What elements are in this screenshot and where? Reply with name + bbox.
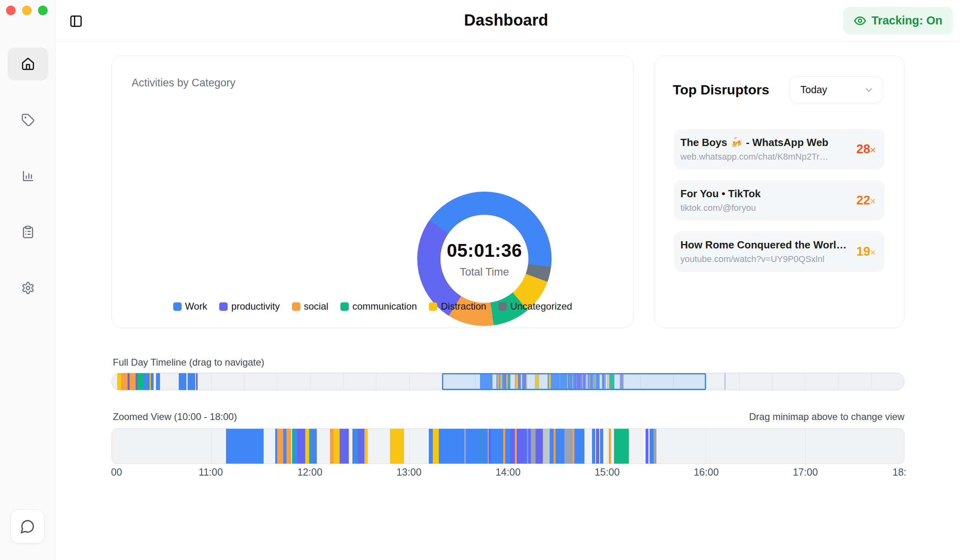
timeline-bar xyxy=(311,429,317,464)
legend-item: communication xyxy=(340,301,417,312)
legend-label: Work xyxy=(185,301,208,312)
total-time-value: 05:01:36 xyxy=(447,240,522,261)
timeline-bar xyxy=(543,429,550,464)
top-disruptors-header: Top Disruptors Today xyxy=(673,76,883,103)
activities-card: Activities by Category 05:01:36 Total Ti… xyxy=(112,56,634,328)
timeline-bar xyxy=(574,429,584,464)
timeline-bar xyxy=(654,429,656,464)
timeline-bar xyxy=(179,373,186,390)
date-range-value: Today xyxy=(800,84,827,96)
legend-swatch xyxy=(173,302,182,311)
sidebar-item-settings[interactable] xyxy=(8,272,48,304)
timeline-bar xyxy=(121,373,128,390)
timeline-bar xyxy=(130,373,136,390)
tag-icon xyxy=(21,113,35,127)
timeline-bar xyxy=(646,429,648,464)
activities-card-title: Activities by Category xyxy=(132,77,236,89)
minimap-gridline xyxy=(805,373,806,390)
close-window-button[interactable] xyxy=(6,6,16,15)
sidebar-item-tags[interactable] xyxy=(8,104,48,136)
disruptor-row[interactable]: How Rome Conquered the Worl…youtube.com/… xyxy=(674,231,884,272)
axis-tick-label: 12:00 xyxy=(297,466,322,478)
minimap-gridline xyxy=(211,373,212,390)
timeline-bar xyxy=(510,429,515,464)
minimap-gridline xyxy=(343,373,344,390)
timeline-bar xyxy=(286,429,291,464)
legend-swatch xyxy=(219,302,228,311)
minimap-gridline xyxy=(739,373,740,390)
axis-tick-label: 16:00 xyxy=(694,466,719,478)
top-disruptors-card: Top Disruptors Today The Boys 🍻 - WhatsA… xyxy=(654,56,904,328)
timeline-bar xyxy=(596,429,599,464)
timeline-bar xyxy=(491,429,503,464)
timeline-bar xyxy=(592,429,595,464)
zoomed-gridline xyxy=(706,429,706,464)
timeline-bar xyxy=(488,429,491,464)
timeline-bar xyxy=(505,429,510,464)
clipboard-list-icon xyxy=(21,225,35,239)
donut-center: 05:01:36 Total Time xyxy=(440,215,528,303)
legend-swatch xyxy=(429,302,437,311)
timeline-bar xyxy=(439,429,464,464)
minimap-selection-handle[interactable] xyxy=(442,373,706,390)
sidebar xyxy=(0,0,56,560)
timeline-bar xyxy=(614,429,629,464)
minimap-gridline xyxy=(838,373,838,390)
disruptor-row[interactable]: For You • TikToktiktok.com/@foryou22× xyxy=(674,180,884,221)
bar-chart-icon xyxy=(21,169,35,183)
timeline-bar xyxy=(550,429,554,464)
legend-label: communication xyxy=(352,301,417,312)
timeline-bar xyxy=(564,429,572,464)
home-icon xyxy=(21,57,35,71)
disruptor-title: For You • TikTok xyxy=(680,188,851,200)
timeline-bar xyxy=(517,429,526,464)
sidebar-item-reports[interactable] xyxy=(8,216,48,248)
date-range-select[interactable]: Today xyxy=(790,76,883,103)
chat-button[interactable] xyxy=(10,509,45,544)
timeline-bar xyxy=(600,429,603,464)
timeline-bar xyxy=(294,429,297,464)
minimap-gridline xyxy=(310,373,310,390)
disruptor-count: 19× xyxy=(856,244,876,259)
minimap-gridline xyxy=(706,373,706,390)
sidebar-nav xyxy=(0,48,56,304)
timeline-bar xyxy=(528,429,531,464)
tracking-status-badge[interactable]: Tracking: On xyxy=(843,7,953,34)
time-axis: 0011:0012:0013:0014:0015:0016:0017:0018: xyxy=(112,466,904,479)
zoomed-gridline xyxy=(211,429,212,464)
sidebar-item-home[interactable] xyxy=(8,48,48,80)
legend-label: productivity xyxy=(231,301,280,312)
axis-tick-label: 00 xyxy=(111,466,122,478)
disruptor-url: web.whatsapp.com/chat/K8mNp2Tr… xyxy=(680,152,851,162)
drag-hint: Drag minimap above to change view xyxy=(749,411,904,422)
zoomed-gridline xyxy=(409,429,410,464)
window-controls xyxy=(6,6,48,15)
sidebar-item-stats[interactable] xyxy=(8,160,48,192)
minimap-gridline xyxy=(871,373,872,390)
axis-tick-label: 11:00 xyxy=(198,466,223,478)
timeline-bar xyxy=(556,429,564,464)
axis-tick-label: 17:00 xyxy=(793,466,818,478)
disruptor-list: The Boys 🍻 - WhatsApp Webweb.whatsapp.co… xyxy=(674,129,884,272)
disruptor-text: For You • TikToktiktok.com/@foryou xyxy=(680,188,851,213)
disruptor-count: 22× xyxy=(856,193,876,208)
panel-toggle-icon[interactable] xyxy=(69,14,83,28)
legend-label: Uncategorized xyxy=(510,301,572,312)
tracking-status-label: Tracking: On xyxy=(872,14,942,27)
legend-label: Distraction xyxy=(441,301,486,312)
axis-tick-label: 14:00 xyxy=(496,466,521,478)
timeline-bar xyxy=(650,429,654,464)
timeline-bar xyxy=(330,429,334,464)
timeline-bar xyxy=(156,373,160,390)
disruptor-row[interactable]: The Boys 🍻 - WhatsApp Webweb.whatsapp.co… xyxy=(674,129,884,170)
full-day-timeline-minimap[interactable] xyxy=(112,373,904,390)
minimize-window-button[interactable] xyxy=(22,6,32,15)
timeline-bar xyxy=(429,429,433,464)
maximize-window-button[interactable] xyxy=(38,6,48,15)
category-legend: WorkproductivitysocialcommunicationDistr… xyxy=(112,298,633,314)
timeline-bar xyxy=(305,429,309,464)
minimap-gridline xyxy=(376,373,376,390)
timeline-bar xyxy=(334,429,340,464)
total-time-label: Total Time xyxy=(460,266,509,278)
minimap-gridline xyxy=(409,373,410,390)
